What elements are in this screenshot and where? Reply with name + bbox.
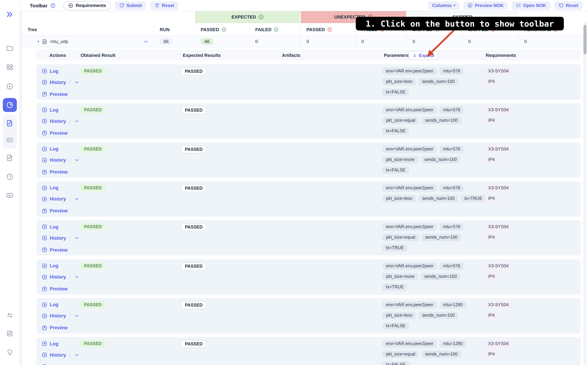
result-row: Log History Preview PASSED PASSED env=VA… bbox=[36, 181, 581, 217]
edit-icon[interactable] bbox=[6, 330, 14, 337]
activity-icon[interactable] bbox=[6, 136, 14, 144]
play-circle-icon[interactable] bbox=[6, 83, 14, 90]
log-link[interactable]: Log bbox=[42, 68, 58, 75]
help-circle-icon[interactable] bbox=[50, 3, 56, 8]
param-chip: pkt_size=less bbox=[382, 312, 416, 319]
chevron-down-icon[interactable] bbox=[143, 38, 149, 44]
expected-result-badge: PASSED bbox=[181, 68, 207, 75]
report-document-icon[interactable] bbox=[6, 119, 14, 127]
log-link[interactable]: Log bbox=[42, 301, 58, 308]
requirements-button[interactable]: Requirements bbox=[64, 1, 111, 10]
tree-cell[interactable]: ▾ mtu_udp bbox=[22, 36, 154, 47]
obtained-result-badge: PASSED bbox=[80, 223, 105, 230]
chevron-down-icon[interactable] bbox=[74, 197, 79, 202]
chevron-down-icon[interactable] bbox=[74, 80, 79, 85]
bar-chart-icon[interactable] bbox=[6, 191, 14, 199]
history-link[interactable]: History bbox=[42, 313, 79, 320]
param-chip: tx=FALSE bbox=[382, 127, 409, 135]
history-icon bbox=[42, 196, 47, 202]
preview-icon bbox=[42, 325, 47, 331]
requirement-chip: X3-SYS04 bbox=[485, 301, 512, 309]
chevron-down-icon[interactable] bbox=[74, 352, 79, 358]
preview-link[interactable]: Preview bbox=[42, 168, 68, 175]
grid-icon[interactable] bbox=[6, 63, 14, 71]
pie-chart-icon[interactable] bbox=[6, 101, 14, 109]
preview-link[interactable]: Preview bbox=[42, 208, 68, 215]
requirements-chips: X3-SYS04IP4 bbox=[485, 223, 512, 241]
preview-link[interactable]: Preview bbox=[42, 363, 68, 365]
history-icon bbox=[42, 79, 47, 85]
log-label: Log bbox=[50, 224, 58, 229]
expose-button[interactable]: Expose bbox=[409, 51, 438, 60]
parameters-chips: env=VAR.env.peer2peermtu=576pkt_size=mor… bbox=[382, 145, 488, 174]
log-link[interactable]: Log bbox=[42, 223, 58, 230]
tree-node-label: mtu_udp bbox=[50, 39, 68, 44]
history-link[interactable]: History bbox=[42, 79, 79, 86]
preview-link[interactable]: Preview bbox=[42, 324, 68, 331]
summary-value: 0 bbox=[250, 36, 301, 47]
requirement-chip: IP4 bbox=[485, 312, 498, 319]
reset-button[interactable]: Reset bbox=[150, 1, 179, 10]
summary-value: 66 bbox=[195, 36, 250, 47]
double-chevron-right-icon[interactable] bbox=[6, 10, 14, 19]
history-icon bbox=[42, 157, 47, 163]
log-label: Log bbox=[50, 185, 58, 190]
param-chip: pkt_size=less bbox=[382, 78, 416, 85]
expected-result-badge: PASSED bbox=[181, 340, 207, 348]
scrollbar-thumb[interactable] bbox=[583, 25, 587, 54]
toolbar-right: Columns▾ Preview NOK Open NOK Reset bbox=[428, 1, 582, 10]
document-icon[interactable] bbox=[6, 154, 14, 162]
reset-right-button[interactable]: Reset bbox=[554, 1, 582, 10]
log-link[interactable]: Log bbox=[42, 145, 58, 152]
summary-group-blank bbox=[22, 11, 153, 23]
requirement-chip: X3-SYS04 bbox=[485, 184, 512, 192]
expose-icon bbox=[413, 53, 417, 58]
history-label: History bbox=[50, 197, 66, 202]
obtained-result-badge: PASSED bbox=[80, 262, 105, 269]
log-label: Log bbox=[50, 68, 58, 74]
history-link[interactable]: History bbox=[42, 196, 79, 203]
log-link[interactable]: Log bbox=[42, 262, 58, 269]
settings-toggles-icon[interactable] bbox=[6, 311, 14, 319]
requirements-chips: X3-SYS04IP4 bbox=[485, 68, 512, 85]
submit-button[interactable]: Submit bbox=[115, 1, 146, 10]
preview-nok-button[interactable]: Preview NOK bbox=[463, 1, 508, 10]
divider bbox=[70, 79, 70, 85]
log-link[interactable]: Log bbox=[42, 340, 58, 347]
preview-link[interactable]: Preview bbox=[42, 285, 68, 292]
caret-down-icon: ▾ bbox=[454, 4, 455, 7]
chevron-down-icon[interactable] bbox=[74, 313, 79, 319]
vertical-scrollbar[interactable] bbox=[583, 22, 587, 365]
expand-caret-icon[interactable]: ▾ bbox=[37, 40, 39, 43]
columns-button[interactable]: Columns▾ bbox=[428, 1, 459, 10]
preview-link[interactable]: Preview bbox=[42, 91, 68, 98]
history-icon bbox=[42, 313, 47, 319]
history-icon bbox=[42, 119, 47, 124]
history-link[interactable]: History bbox=[42, 118, 79, 125]
history-link[interactable]: History bbox=[42, 274, 79, 281]
obtained-result-badge: PASSED bbox=[80, 106, 105, 113]
log-link[interactable]: Log bbox=[42, 106, 58, 113]
preview-link[interactable]: Preview bbox=[42, 246, 68, 253]
log-link[interactable]: Log bbox=[42, 184, 58, 191]
param-chip: pkt_size=equal bbox=[382, 117, 419, 124]
summary-value: 0 bbox=[407, 36, 463, 47]
chevron-down-icon[interactable] bbox=[74, 119, 79, 124]
artifacts-header: Artifacts bbox=[282, 52, 301, 58]
chevron-down-icon[interactable] bbox=[74, 235, 79, 241]
folder-icon[interactable] bbox=[6, 44, 14, 52]
chevron-down-icon[interactable] bbox=[74, 274, 79, 280]
history-link[interactable]: History bbox=[42, 157, 79, 164]
history-link[interactable]: History bbox=[42, 351, 79, 358]
chevron-down-icon[interactable] bbox=[74, 157, 79, 163]
param-chip: env=VAR.env.peer2peer bbox=[382, 68, 437, 75]
preview-link[interactable]: Preview bbox=[42, 130, 68, 137]
summary-value: 66 bbox=[154, 36, 195, 47]
detail-header: Actions Obtained Result Expected Results… bbox=[36, 50, 581, 61]
history-link[interactable]: History bbox=[42, 234, 79, 241]
param-chip: mtu=576 bbox=[440, 106, 464, 114]
open-nok-button[interactable]: Open NOK bbox=[512, 1, 550, 10]
lightbulb-icon[interactable] bbox=[6, 349, 14, 356]
clock-icon[interactable] bbox=[6, 173, 14, 181]
preview-label: Preview bbox=[50, 91, 68, 97]
